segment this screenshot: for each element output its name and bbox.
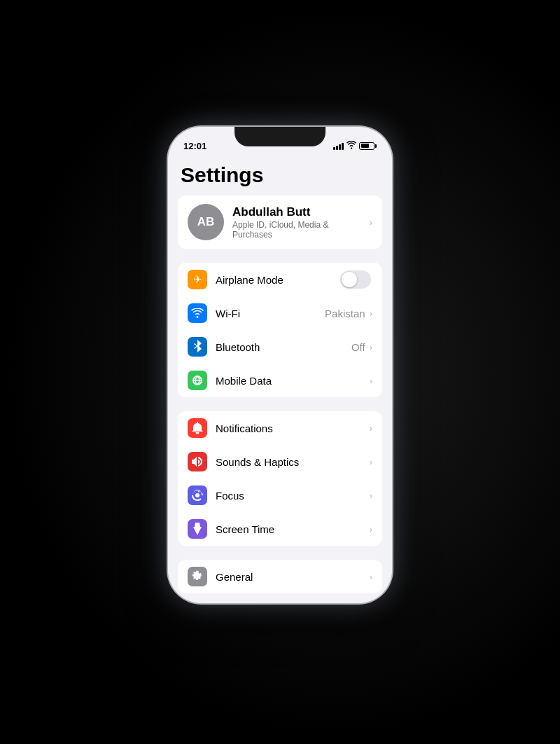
sounds-haptics-icon	[188, 452, 207, 471]
notifications-chevron: ›	[370, 423, 372, 434]
general-section: General ›	[178, 560, 382, 593]
general-chevron: ›	[370, 572, 372, 582]
settings-scroll[interactable]: Settings AB Abdullah Butt Apple ID, iClo…	[168, 158, 392, 603]
profile-name: Abdullah Butt	[232, 205, 370, 219]
wifi-value: Pakistan	[325, 308, 365, 319]
profile-section[interactable]: AB Abdullah Butt Apple ID, iCloud, Media…	[178, 195, 382, 249]
notifications-row[interactable]: Notifications ›	[178, 411, 382, 445]
avatar: AB	[188, 204, 224, 240]
wifi-row[interactable]: Wi-Fi Pakistan ›	[178, 296, 382, 330]
focus-chevron: ›	[370, 490, 372, 501]
profile-info: Abdullah Butt Apple ID, iCloud, Media & …	[232, 205, 370, 240]
airplane-mode-icon: ✈	[188, 270, 207, 289]
sounds-haptics-label: Sounds & Haptics	[216, 456, 370, 468]
wifi-label: Wi-Fi	[216, 308, 325, 319]
wifi-status-icon	[346, 141, 356, 151]
status-time: 12:01	[183, 141, 206, 151]
profile-chevron: ›	[370, 217, 372, 228]
bluetooth-row[interactable]: Bluetooth Off ›	[178, 330, 382, 364]
focus-label: Focus	[216, 490, 370, 502]
signal-icon	[333, 142, 344, 150]
wifi-icon	[188, 303, 207, 323]
connectivity-section: ✈ Airplane Mode	[178, 263, 382, 397]
status-icons	[333, 141, 377, 151]
profile-row[interactable]: AB Abdullah Butt Apple ID, iCloud, Media…	[178, 195, 382, 249]
toggle-knob	[342, 272, 357, 287]
bluetooth-chevron: ›	[370, 342, 372, 352]
screen-time-chevron: ›	[370, 524, 372, 535]
notifications-icon	[188, 418, 207, 438]
bluetooth-icon	[188, 337, 207, 357]
sounds-haptics-chevron: ›	[370, 457, 372, 467]
wifi-chevron: ›	[370, 308, 372, 319]
bluetooth-value: Off	[351, 341, 365, 353]
mobile-data-icon	[188, 371, 207, 390]
general-row[interactable]: General ›	[178, 560, 382, 593]
airplane-mode-label: Airplane Mode	[216, 274, 340, 286]
focus-icon	[188, 485, 207, 505]
focus-row[interactable]: Focus ›	[178, 478, 382, 512]
sounds-haptics-row[interactable]: Sounds & Haptics ›	[178, 445, 382, 478]
screen-time-label: Screen Time	[216, 523, 370, 535]
bluetooth-label: Bluetooth	[216, 341, 351, 353]
phone-screen: 12:01	[168, 127, 392, 603]
mobile-data-label: Mobile Data	[216, 375, 370, 387]
notifications-section: Notifications › Sounds & Haptics ›	[178, 411, 382, 546]
mobile-data-row[interactable]: Mobile Data ›	[178, 364, 382, 397]
page-title: Settings	[168, 158, 392, 195]
general-label: General	[216, 571, 370, 583]
general-icon	[188, 567, 207, 586]
profile-subtitle: Apple ID, iCloud, Media & Purchases	[232, 220, 370, 240]
mobile-data-chevron: ›	[370, 376, 372, 386]
screen-time-row[interactable]: Screen Time ›	[178, 512, 382, 546]
phone-device: 12:01	[168, 127, 392, 603]
notifications-label: Notifications	[216, 422, 370, 434]
airplane-mode-toggle[interactable]	[340, 270, 371, 289]
screen-time-icon	[188, 519, 207, 539]
battery-icon	[359, 142, 377, 150]
airplane-mode-row[interactable]: ✈ Airplane Mode	[178, 263, 382, 296]
notch	[234, 127, 326, 146]
